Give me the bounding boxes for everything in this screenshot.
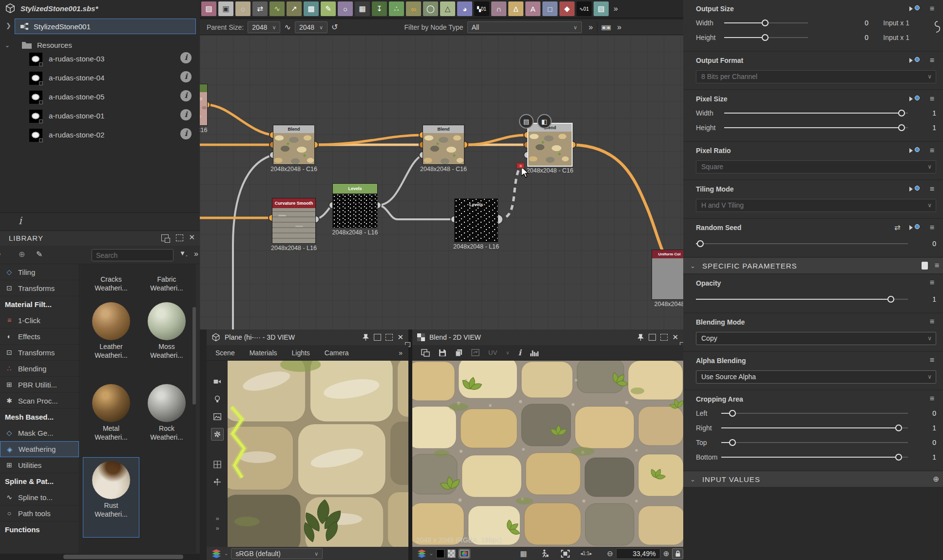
horizontal-scrollbar[interactable] <box>0 554 200 560</box>
maximize-panel-icon[interactable] <box>385 334 393 341</box>
hsl-node-button[interactable]: ◕ <box>457 1 472 16</box>
crop-left-slider[interactable] <box>721 410 908 417</box>
mirror-node-button[interactable]: Δ <box>508 1 523 16</box>
category-transforms-2[interactable]: ⊡Transforms <box>0 345 79 361</box>
category-mask-generators[interactable]: ◇Mask Ge... <box>0 425 79 441</box>
library-item-moss[interactable]: Moss Weatheri... <box>142 302 191 360</box>
svg-node-button[interactable]: ▣ <box>218 1 233 16</box>
node-align-icon[interactable]: ▣▣ <box>601 24 611 31</box>
fit-view-icon[interactable] <box>561 550 570 558</box>
position-node-button[interactable]: ∴ <box>389 1 404 16</box>
crop-bottom-slider[interactable] <box>721 454 908 461</box>
save-icon[interactable] <box>439 349 446 357</box>
info-icon[interactable]: i <box>180 128 192 139</box>
menu-camera[interactable]: Camera <box>325 349 349 357</box>
info-icon[interactable]: i <box>180 52 192 63</box>
info-icon[interactable]: i <box>180 109 192 120</box>
slope-blur-node-button[interactable]: ↗ <box>287 1 302 16</box>
function-icon[interactable] <box>909 95 921 102</box>
zoom-in-icon[interactable]: ⊕ <box>663 549 670 558</box>
levels-node-2[interactable]: Levels 2048x2048 - L16 <box>454 198 498 242</box>
category-effects[interactable]: ◐Effects <box>0 328 79 345</box>
info-icon[interactable]: i <box>180 71 192 82</box>
library-item-cracks[interactable]: Cracks Weatheri... <box>87 273 135 292</box>
library-item-fabric[interactable]: Fabric Weatheri... <box>142 273 191 292</box>
bezier-node-button[interactable]: ∩ <box>491 1 506 16</box>
library-item-rock[interactable]: Rock Weatheri... <box>142 384 191 442</box>
specific-parameters-header[interactable]: ⌄ SPECIFIC PARAMETERS ≡ <box>683 258 943 273</box>
library-overflow-icon[interactable]: » <box>194 250 198 258</box>
curvature-smooth-node[interactable]: Curvature Smooth 2048x2048 - L16 <box>272 198 316 244</box>
view-3d-viewport[interactable] <box>228 361 408 547</box>
tile-random-node-button[interactable]: ▧ <box>594 1 609 16</box>
resource-row[interactable]: a-rudas-stone-01 i <box>0 109 200 125</box>
close-panel-icon[interactable]: ✕ <box>397 333 404 342</box>
drag-connection-plug[interactable] <box>517 163 524 169</box>
color-display-button[interactable] <box>459 549 470 559</box>
input-node[interactable]: C16 <box>200 84 208 126</box>
background-black-swatch[interactable] <box>436 549 444 558</box>
options-menu-icon[interactable]: ≡ <box>930 224 934 231</box>
tile-sampler-node-button[interactable]: ▦ <box>355 1 370 16</box>
view-3d-header[interactable]: Plane (hi-··· - 3D VIEW ✕ <box>207 329 408 345</box>
collapse-chevron-icon[interactable]: ⌄ <box>0 41 15 49</box>
library-item-rust[interactable]: Rust Weatheri... <box>87 461 135 519</box>
copy-icon[interactable] <box>455 349 462 357</box>
width-slider[interactable] <box>724 19 808 26</box>
shuffle-icon[interactable]: ⇄ <box>894 224 901 231</box>
category-weathering[interactable]: ◈Weathering <box>0 441 79 457</box>
settings-gear-icon[interactable] <box>211 428 224 441</box>
grayscale-conversion-node-button[interactable]: ▚01 <box>474 1 489 16</box>
search-filter-icon[interactable]: ▼˯ <box>179 250 188 257</box>
options-menu-icon[interactable]: ≡ <box>930 186 934 193</box>
float-panel-icon[interactable] <box>161 234 169 241</box>
pixel-ratio-select[interactable]: Square∨ <box>696 160 936 174</box>
random-seed-slider[interactable] <box>696 240 908 247</box>
histogram-node-button[interactable]: △ <box>440 1 455 16</box>
uv-toggle[interactable]: UV <box>488 349 497 356</box>
vertical-scrollbar[interactable] <box>192 307 196 405</box>
shape-node-button[interactable]: ○ <box>338 1 353 16</box>
size-select[interactable]: 2048∨ <box>295 21 327 33</box>
export-image-icon[interactable] <box>421 349 430 357</box>
safe-transform-node-button[interactable]: ▩ <box>304 1 319 16</box>
height-to-normal-node-button[interactable]: ↧ <box>372 1 387 16</box>
text-node-button[interactable]: A <box>525 1 540 16</box>
preset-icon[interactable] <box>922 262 928 270</box>
options-menu-icon[interactable]: ≡ <box>930 96 934 102</box>
category-blending[interactable]: ∴Blending <box>0 361 79 377</box>
scene-image-icon[interactable] <box>211 410 224 423</box>
light-icon[interactable] <box>211 393 224 406</box>
info-icon[interactable]: i <box>19 215 22 227</box>
category-pbr-utilities[interactable]: ⊞PBR Utiliti... <box>0 377 79 393</box>
options-menu-icon[interactable]: ≡ <box>930 57 934 64</box>
reset-size-icon[interactable]: ↺ <box>331 22 338 32</box>
uniform-color-node[interactable]: Uniform Col 2048x2048 <box>652 250 683 300</box>
toolbar-overflow-icon[interactable]: » <box>614 4 618 13</box>
category-path-tools[interactable]: ○Path tools <box>0 505 79 521</box>
close-panel-icon[interactable]: ✕ <box>189 233 195 242</box>
zoom-level-field[interactable]: 33,49% <box>616 548 660 559</box>
search-input[interactable] <box>92 249 173 261</box>
function-icon[interactable] <box>909 224 921 231</box>
options-menu-icon[interactable]: ≡ <box>930 5 934 12</box>
menu-scene[interactable]: Scene <box>215 349 235 357</box>
pin-icon[interactable] <box>362 334 369 341</box>
blend-node-2[interactable]: Blend 2048x2048 - C16 <box>423 125 464 165</box>
add-icon[interactable]: ⊕ <box>19 250 25 259</box>
graph-item[interactable]: StylizedStone001 <box>15 19 196 34</box>
filter-icon[interactable]: ◗ <box>0 250 2 258</box>
ellipse-node-button[interactable]: ◯ <box>423 1 438 16</box>
lock-zoom-icon[interactable] <box>672 548 683 559</box>
resources-folder[interactable]: ⌄ Resources <box>0 38 200 52</box>
menu-lights[interactable]: Lights <box>292 349 310 357</box>
output-format-select[interactable]: 8 Bits per Channel∨ <box>696 70 936 83</box>
expand-chevron-icon[interactable]: ❯ <box>6 22 11 29</box>
opacity-slider[interactable] <box>696 296 908 303</box>
view-2d-header[interactable]: Blend - 2D VIEW ✕ <box>412 329 683 345</box>
float-panel-icon[interactable] <box>649 334 656 341</box>
uv-grid-icon[interactable] <box>211 458 224 471</box>
histogram-icon[interactable] <box>530 349 539 356</box>
pixel-width-slider[interactable] <box>724 110 908 116</box>
options-menu-icon[interactable]: ≡ <box>930 318 934 325</box>
